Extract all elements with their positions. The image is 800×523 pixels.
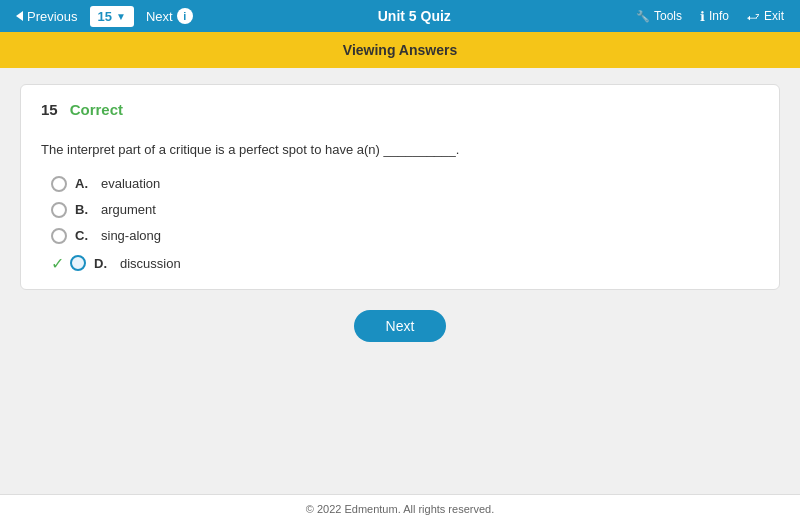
- info-icon: [700, 9, 705, 24]
- previous-label: Previous: [27, 9, 78, 24]
- option-a-text: evaluation: [101, 176, 160, 191]
- previous-button[interactable]: Previous: [8, 5, 86, 28]
- question-number-display: 15: [41, 101, 58, 118]
- next-button-main[interactable]: Next: [354, 310, 447, 342]
- wrench-icon: [636, 9, 650, 23]
- option-c-text: sing-along: [101, 228, 161, 243]
- option-b-text: argument: [101, 202, 156, 217]
- next-button-label: Next: [386, 318, 415, 334]
- quiz-title: Unit 5 Quiz: [205, 8, 624, 24]
- next-button-top[interactable]: Next i: [138, 4, 201, 28]
- option-c[interactable]: C. sing-along: [51, 228, 759, 244]
- next-btn-container: Next: [20, 310, 780, 342]
- previous-arrow-icon: [16, 11, 23, 21]
- option-a[interactable]: A. evaluation: [51, 176, 759, 192]
- footer-text: © 2022 Edmentum. All rights reserved.: [306, 503, 494, 515]
- question-number: 15: [98, 9, 112, 24]
- radio-c: [51, 228, 67, 244]
- tools-button[interactable]: Tools: [628, 6, 690, 26]
- option-b-letter: B.: [75, 202, 93, 217]
- radio-d: [70, 255, 86, 271]
- exit-button[interactable]: Exit: [739, 6, 792, 27]
- correct-status: Correct: [70, 101, 123, 118]
- dropdown-arrow-icon: ▼: [116, 11, 126, 22]
- question-header: 15 Correct: [41, 101, 759, 126]
- viewing-answers-banner: Viewing Answers: [0, 32, 800, 68]
- question-text: The interpret part of a critique is a pe…: [41, 140, 759, 160]
- option-b[interactable]: B. argument: [51, 202, 759, 218]
- main-content: 15 Correct The interpret part of a criti…: [0, 68, 800, 494]
- option-a-letter: A.: [75, 176, 93, 191]
- option-d-letter: D.: [94, 256, 112, 271]
- question-number-box[interactable]: 15 ▼: [90, 6, 134, 27]
- exit-icon: [747, 9, 760, 24]
- options-list: A. evaluation B. argument C. sing-along …: [41, 176, 759, 273]
- next-label-top: Next: [146, 9, 173, 24]
- question-card: 15 Correct The interpret part of a criti…: [20, 84, 780, 290]
- right-controls: Tools Info Exit: [628, 6, 792, 27]
- footer: © 2022 Edmentum. All rights reserved.: [0, 494, 800, 523]
- exit-label: Exit: [764, 9, 784, 23]
- info-button[interactable]: Info: [692, 6, 737, 27]
- checkmark-icon: ✓: [51, 254, 64, 273]
- option-d-text: discussion: [120, 256, 181, 271]
- option-d[interactable]: ✓ D. discussion: [51, 254, 759, 273]
- radio-b: [51, 202, 67, 218]
- radio-a: [51, 176, 67, 192]
- option-c-letter: C.: [75, 228, 93, 243]
- top-nav: Previous 15 ▼ Next i Unit 5 Quiz Tools I…: [0, 0, 800, 32]
- tools-label: Tools: [654, 9, 682, 23]
- banner-text: Viewing Answers: [343, 42, 457, 58]
- next-info-icon: i: [177, 8, 193, 24]
- info-label: Info: [709, 9, 729, 23]
